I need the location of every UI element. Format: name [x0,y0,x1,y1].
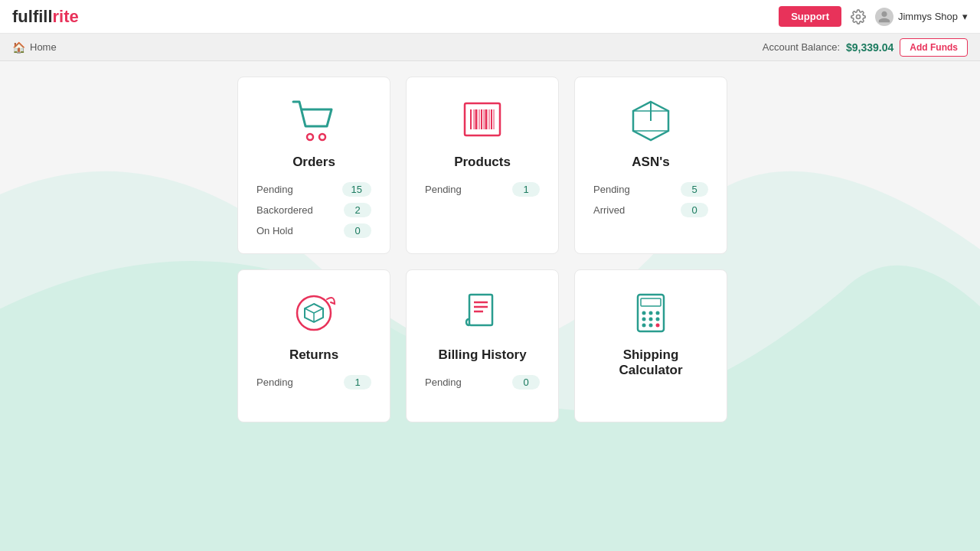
gear-icon [851,9,866,24]
svg-point-32 [642,318,646,321]
asns-arrived-label: Arrived [593,204,625,216]
user-avatar-icon [877,10,891,24]
balance-label: Account Balance: [763,41,840,53]
asns-stats: Pending 5 Arrived 0 [593,182,708,217]
svg-point-29 [642,311,646,315]
orders-onhold-label: On Hold [256,225,293,236]
breadcrumb: 🏠 Home [12,41,57,54]
svg-point-31 [656,311,660,315]
returns-pending-row: Pending 1 [256,375,371,390]
products-title: Products [425,155,540,170]
returns-card[interactable]: Returns Pending 1 [237,269,390,422]
svg-point-37 [656,324,660,328]
shipping-calculator-card[interactable]: Shipping Calculator [574,269,727,422]
user-menu[interactable]: Jimmys Shop ▾ [875,8,968,26]
add-funds-button[interactable]: Add Funds [900,38,968,57]
billing-pending-label: Pending [425,377,462,388]
products-pending-badge: 1 [512,182,540,197]
asns-icon [593,96,708,145]
billing-pending-row: Pending 0 [425,375,540,390]
svg-point-30 [649,311,653,315]
asns-arrived-row: Arrived 0 [593,203,708,217]
orders-card[interactable]: Orders Pending 15 Backordered 2 On Hold … [237,77,390,254]
header-right: Support Jimmys Shop ▾ [779,6,968,27]
orders-backordered-badge: 2 [344,203,371,217]
shipping-calculator-title: Shipping Calculator [593,347,708,378]
breadcrumb-home[interactable]: Home [30,41,57,53]
orders-pending-row: Pending 15 [256,182,371,197]
user-name: Jimmys Shop [898,11,958,22]
home-icon: 🏠 [12,41,25,54]
support-button[interactable]: Support [779,6,841,27]
billing-history-card[interactable]: Billing History Pending 0 [406,269,559,422]
header: fulfillrite Support Jimmys Shop ▾ [0,0,980,34]
logo: fulfillrite [12,7,79,27]
asns-pending-label: Pending [593,184,630,195]
products-stats: Pending 1 [425,182,540,197]
shipping-calculator-icon [593,289,708,338]
svg-point-33 [649,318,653,321]
breadcrumb-bar: 🏠 Home Account Balance: $9,339.04 Add Fu… [0,34,980,61]
svg-point-1 [307,134,313,140]
svg-rect-23 [469,295,492,325]
billing-pending-badge: 0 [512,375,540,390]
billing-history-stats: Pending 0 [425,375,540,390]
avatar [875,8,893,26]
orders-title: Orders [256,155,371,170]
orders-stats: Pending 15 Backordered 2 On Hold 0 [256,182,371,238]
orders-pending-label: Pending [256,184,293,195]
products-pending-label: Pending [425,184,462,195]
balance-value: $9,339.04 [846,41,893,54]
cards-grid: Orders Pending 15 Backordered 2 On Hold … [237,77,743,422]
products-icon [425,96,540,145]
returns-icon [256,289,371,338]
billing-history-icon [425,289,540,338]
logo-text: fulfillrite [12,7,79,26]
returns-pending-label: Pending [256,377,293,388]
orders-onhold-badge: 0 [344,223,371,238]
returns-stats: Pending 1 [256,375,371,390]
returns-title: Returns [256,347,371,363]
chevron-down-icon: ▾ [962,11,968,22]
asns-arrived-badge: 0 [681,203,708,217]
billing-history-title: Billing History [425,347,540,363]
products-pending-row: Pending 1 [425,182,540,197]
svg-point-2 [319,134,325,140]
svg-point-36 [649,324,653,328]
settings-button[interactable] [851,9,866,24]
products-card[interactable]: Products Pending 1 [406,77,559,254]
returns-pending-badge: 1 [344,375,371,390]
asns-title: ASN's [593,155,708,170]
orders-backordered-row: Backordered 2 [256,203,371,217]
orders-onhold-row: On Hold 0 [256,223,371,238]
account-balance: Account Balance: $9,339.04 Add Funds [763,38,968,57]
svg-line-21 [314,308,323,313]
svg-point-0 [856,15,860,18]
svg-point-35 [642,324,646,328]
orders-pending-badge: 15 [342,182,371,197]
asns-pending-row: Pending 5 [593,182,708,197]
svg-rect-28 [641,298,661,306]
asns-card[interactable]: ASN's Pending 5 Arrived 0 [574,77,727,254]
orders-backordered-label: Backordered [256,204,313,216]
asns-pending-badge: 5 [681,182,708,197]
svg-point-34 [656,318,660,321]
orders-icon [256,96,371,145]
svg-line-20 [305,308,314,313]
